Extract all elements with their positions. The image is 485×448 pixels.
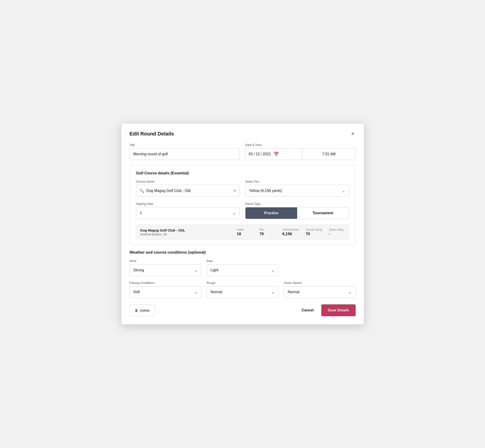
green-speed-label: Green Speed: [284, 281, 356, 285]
trash-icon: 🗑: [135, 308, 138, 312]
clear-icon[interactable]: ✕: [233, 188, 236, 193]
rain-dropdown[interactable]: Light ⌄: [207, 264, 278, 276]
game-type-group: Game Type Practice Tournament: [245, 202, 349, 219]
rough-dropdown[interactable]: Normal ⌄: [207, 286, 278, 298]
green-speed-group: Green Speed Normal ⌄: [284, 281, 356, 298]
starting-hole-value: 1: [140, 211, 142, 215]
cancel-button[interactable]: Cancel: [299, 308, 316, 312]
yards-stat: Yards(Yellow) 6,156: [282, 228, 299, 236]
chevron-down-icon: ⌄: [271, 289, 275, 295]
course-name-label: Course Name: [136, 180, 240, 183]
course-info-row: Gog Magog Golf Club - Old, Shelford Bott…: [136, 224, 349, 240]
course-rating-value: 70: [306, 232, 310, 236]
date-value: 05 / 12 / 2021: [249, 152, 271, 156]
wind-label: Wind: [129, 259, 201, 263]
select-tee-value: Yellow (6,156 yards): [249, 189, 282, 193]
wind-group: Wind Strong ⌄: [129, 259, 201, 276]
fairway-group: Fairway Conditions Soft ⌄: [129, 281, 201, 298]
fairway-dropdown[interactable]: Soft ⌄: [129, 286, 201, 298]
wind-rain-row: Wind Strong ⌄ Rain Light ⌄: [129, 259, 356, 276]
green-speed-value: Normal: [288, 290, 300, 294]
fairway-label: Fairway Conditions: [129, 281, 201, 285]
course-info-name: Gog Magog Golf Club - Old,: [140, 228, 230, 232]
course-info-location: Shelford Bottom, UK: [140, 233, 230, 236]
chevron-down-icon: ⌄: [194, 289, 197, 295]
tournament-button[interactable]: Tournament: [297, 207, 349, 219]
course-rating-label: Course rating: [306, 228, 322, 231]
select-tee-group: Select Tee Yellow (6,156 yards) ⌄: [245, 180, 349, 197]
delete-label: Delete: [140, 308, 150, 312]
practice-button[interactable]: Practice: [245, 207, 297, 219]
chevron-down-icon: ⌄: [348, 289, 352, 295]
holes-label: Holes: [237, 228, 244, 231]
chevron-down-icon: ⌄: [271, 268, 275, 273]
slope-rating-stat: Slope rating -: [329, 228, 345, 236]
fairway-rough-green-row: Fairway Conditions Soft ⌄ Rough Normal ⌄…: [129, 281, 356, 298]
slope-rating-label: Slope rating: [329, 228, 344, 231]
golf-course-section-title: Golf Course details (Essential): [136, 171, 349, 175]
rain-group: Rain Light ⌄: [207, 259, 278, 276]
footer-right: Cancel Save Details: [299, 304, 356, 316]
course-name-search[interactable]: 🔍 Gog Magog Golf Club - Old ✕: [136, 185, 240, 197]
title-input[interactable]: [129, 148, 240, 160]
footer-row: 🗑 Delete Cancel Save Details: [129, 304, 356, 316]
select-tee-label: Select Tee: [245, 180, 349, 183]
wind-dropdown[interactable]: Strong ⌄: [129, 264, 201, 276]
hole-gametype-row: Starting Hole 1 ⌄ Game Type Practice Tou…: [136, 202, 349, 219]
course-tee-row: Course Name 🔍 Gog Magog Golf Club - Old …: [136, 180, 349, 197]
par-stat: Par 70: [259, 228, 275, 236]
rain-label: Rain: [207, 259, 278, 263]
rough-label: Rough: [207, 281, 278, 285]
datetime-label: Date & Time: [245, 143, 356, 147]
title-label: Title: [129, 143, 240, 147]
par-value: 70: [259, 232, 264, 236]
modal-title: Edit Round Details: [129, 131, 174, 137]
course-name-group: Course Name 🔍 Gog Magog Golf Club - Old …: [136, 180, 240, 197]
game-type-toggle: Practice Tournament: [245, 207, 349, 219]
course-info-name-block: Gog Magog Golf Club - Old, Shelford Bott…: [140, 228, 230, 236]
wind-value: Strong: [133, 268, 144, 272]
holes-stat: Holes 18: [237, 228, 253, 236]
rough-group: Rough Normal ⌄: [207, 281, 278, 298]
weather-section-title: Weather and course conditions (optional): [129, 250, 356, 255]
title-group: Title: [129, 143, 240, 160]
chevron-down-icon: ⌄: [233, 211, 236, 216]
holes-value: 18: [237, 232, 241, 236]
save-details-button[interactable]: Save Details: [321, 304, 356, 316]
rain-value: Light: [211, 268, 218, 272]
green-speed-dropdown[interactable]: Normal ⌄: [284, 286, 356, 298]
close-button[interactable]: ×: [350, 131, 356, 137]
weather-section: Weather and course conditions (optional)…: [129, 250, 356, 298]
par-label: Par: [259, 228, 264, 231]
game-type-label: Game Type: [245, 202, 349, 206]
starting-hole-dropdown[interactable]: 1 ⌄: [136, 207, 240, 219]
delete-button[interactable]: 🗑 Delete: [129, 304, 155, 316]
title-datetime-row: Title Date & Time 05 / 12 / 2021 📅 7:31 …: [129, 143, 356, 160]
course-name-value: Gog Magog Golf Club - Old: [146, 189, 231, 193]
calendar-icon: 📅: [274, 152, 279, 157]
starting-hole-group: Starting Hole 1 ⌄: [136, 202, 240, 219]
starting-hole-label: Starting Hole: [136, 202, 240, 206]
rough-value: Normal: [211, 290, 222, 294]
time-field[interactable]: 7:31 AM: [302, 148, 355, 160]
yards-value: 6,156: [282, 232, 292, 236]
date-time-container: 05 / 12 / 2021 📅 7:31 AM: [245, 148, 356, 160]
search-icon: 🔍: [140, 189, 144, 193]
date-field[interactable]: 05 / 12 / 2021 📅: [245, 148, 302, 160]
slope-rating-value: -: [329, 232, 330, 236]
chevron-down-icon: ⌄: [342, 188, 345, 193]
golf-course-section: Golf Course details (Essential) Course N…: [129, 166, 356, 245]
edit-round-modal: Edit Round Details × Title Date & Time 0…: [121, 124, 364, 324]
select-tee-dropdown[interactable]: Yellow (6,156 yards) ⌄: [245, 185, 349, 197]
course-rating-stat: Course rating 70: [306, 228, 322, 236]
yards-label: Yards(Yellow): [282, 228, 299, 231]
datetime-group: Date & Time 05 / 12 / 2021 📅 7:31 AM: [245, 143, 356, 160]
chevron-down-icon: ⌄: [194, 268, 197, 273]
time-value: 7:31 AM: [322, 152, 336, 156]
modal-header: Edit Round Details ×: [129, 131, 356, 137]
fairway-value: Soft: [133, 290, 140, 294]
